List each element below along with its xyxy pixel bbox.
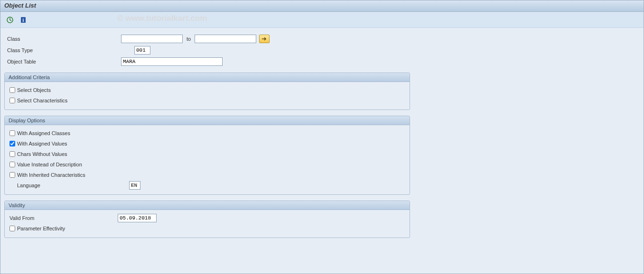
toolbar: i © www.tutorialkart.com (0, 12, 644, 28)
select-objects-checkbox[interactable] (9, 87, 15, 93)
with-assigned-classes-label: With Assigned Classes (17, 130, 70, 136)
chars-without-values-label: Chars Without Values (17, 151, 67, 157)
select-characteristics-label: Select Characteristics (17, 98, 67, 103)
window-frame: Object List i © www.tutorialkart.com Cla… (0, 0, 644, 274)
group-header-validity: Validity (5, 201, 410, 210)
chars-without-values-checkbox[interactable] (9, 151, 15, 157)
parameter-effectivity-label: Parameter Effectivity (17, 226, 65, 231)
with-inherited-chars-checkbox[interactable] (9, 172, 15, 178)
valid-from-label: Valid From (9, 215, 118, 221)
language-input[interactable] (129, 181, 140, 190)
class-label: Class (5, 36, 121, 42)
with-assigned-values-checkbox[interactable] (9, 141, 15, 146)
language-label: Language (9, 183, 129, 188)
valid-from-input[interactable] (118, 214, 157, 222)
object-table-input[interactable] (121, 57, 223, 66)
select-characteristics-checkbox[interactable] (9, 98, 15, 103)
info-button[interactable]: i (19, 15, 28, 25)
svg-text:i: i (23, 18, 24, 23)
field-row-class: Class to (5, 34, 639, 44)
group-validity: Validity Valid From Parameter Effectivit… (4, 201, 410, 238)
class-from-input[interactable] (121, 35, 183, 43)
group-display-options: Display Options With Assigned Classes Wi… (4, 116, 410, 195)
content-area: Class to Class Type Object Table (0, 28, 644, 247)
group-additional-criteria: Additional Criteria Select Objects Selec… (4, 73, 410, 110)
group-header-display: Display Options (5, 116, 410, 125)
to-separator: to (183, 36, 195, 42)
class-type-label: Class Type (5, 47, 134, 53)
object-table-label: Object Table (5, 59, 121, 64)
class-to-input[interactable] (195, 35, 256, 43)
with-assigned-values-label: With Assigned Values (17, 141, 67, 146)
with-inherited-chars-label: With Inherited Characteristics (17, 172, 85, 178)
field-row-object-table: Object Table (5, 56, 639, 67)
value-instead-desc-checkbox[interactable] (9, 162, 15, 167)
field-row-class-type: Class Type (5, 45, 639, 55)
multiple-selection-button[interactable] (259, 35, 270, 43)
clock-execute-icon (6, 16, 14, 24)
select-objects-label: Select Objects (17, 87, 51, 93)
watermark-text: © www.tutorialkart.com (117, 14, 207, 23)
info-icon: i (19, 16, 27, 24)
arrow-right-icon (261, 37, 267, 41)
parameter-effectivity-checkbox[interactable] (9, 226, 15, 231)
with-assigned-classes-checkbox[interactable] (9, 130, 15, 136)
window-title: Object List (0, 0, 644, 12)
value-instead-desc-label: Value Instead of Description (17, 162, 82, 167)
class-type-input[interactable] (134, 46, 150, 55)
group-header-additional: Additional Criteria (5, 73, 410, 82)
execute-button[interactable] (5, 15, 15, 25)
basic-fields: Class to Class Type Object Table (4, 32, 640, 73)
